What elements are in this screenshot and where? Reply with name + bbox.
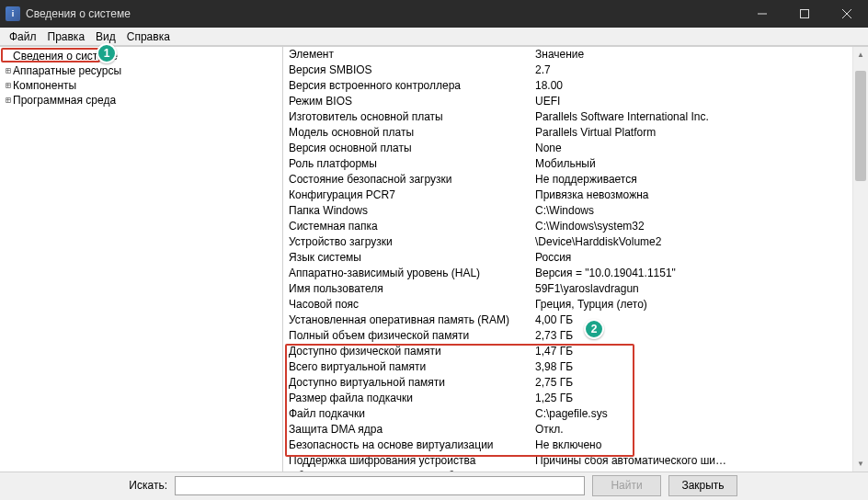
svg-rect-1: [801, 10, 809, 18]
cell-name: Имя пользователя: [289, 281, 535, 297]
cell-name: Часовой пояс: [289, 297, 535, 312]
menu-view[interactable]: Вид: [90, 28, 121, 45]
cell-name: Обнаружена низкоуровневая оболочка. Функ…: [289, 469, 535, 472]
cell-value: 4,00 ГБ: [535, 312, 852, 328]
cell-name: Устройство загрузки: [289, 234, 535, 250]
table-row[interactable]: Изготовитель основной платыParallels Sof…: [289, 109, 852, 125]
cell-name: Роль платформы: [289, 156, 535, 172]
window-title: Сведения о системе: [26, 7, 131, 20]
table-row[interactable]: Папка WindowsC:\Windows: [289, 203, 852, 219]
cell-value: None: [535, 141, 852, 156]
table-row[interactable]: Роль платформыМобильный: [289, 156, 852, 172]
titlebar: i Сведения о системе: [0, 0, 868, 28]
cell-name: Конфигурация PCR7: [289, 188, 535, 203]
search-label: Искать:: [0, 479, 175, 492]
cell-value: 2.7: [535, 62, 852, 78]
annotation-badge-2: 2: [584, 319, 604, 339]
cell-name: Язык системы: [289, 250, 535, 266]
nav-tree: Сведения о системе ⊞Аппаратные ресурсы ⊞…: [0, 47, 283, 472]
annotation-highlight-2: [285, 344, 634, 457]
tree-item-hardware[interactable]: ⊞Аппаратные ресурсы: [0, 63, 282, 78]
cell-value: UEFI: [535, 94, 852, 109]
table-row[interactable]: Устройство загрузки\Device\HarddiskVolum…: [289, 234, 852, 250]
app-icon: i: [6, 6, 20, 21]
tree-item-software[interactable]: ⊞Программная среда: [0, 93, 282, 108]
cell-name: Модель основной платы: [289, 125, 535, 141]
expand-icon[interactable]: ⊞: [4, 63, 13, 78]
table-row[interactable]: Версия SMBIOS2.7: [289, 62, 852, 78]
close-search-button[interactable]: Закрыть: [668, 475, 737, 496]
table-row[interactable]: Обнаружена низкоуровневая оболочка. Функ…: [289, 469, 852, 472]
find-button[interactable]: Найти: [592, 475, 661, 496]
table-row[interactable]: Имя пользователя59F1\yaroslavdragun: [289, 281, 852, 297]
col-header-name[interactable]: Элемент: [289, 47, 535, 62]
cell-value: C:\Windows: [535, 203, 852, 219]
cell-name: Изготовитель основной платы: [289, 109, 535, 125]
table-row[interactable]: Установленная оперативная память (RAM)4,…: [289, 312, 852, 328]
maximize-button[interactable]: [783, 0, 826, 28]
table-row[interactable]: Часовой поясГреция, Турция (лето): [289, 297, 852, 312]
table-row[interactable]: Версия основной платыNone: [289, 141, 852, 156]
cell-name: Системная папка: [289, 219, 535, 234]
tree-item-components[interactable]: ⊞Компоненты: [0, 78, 282, 93]
table-row[interactable]: Режим BIOSUEFI: [289, 94, 852, 109]
close-button[interactable]: [826, 0, 868, 28]
search-input[interactable]: [175, 476, 585, 495]
menu-edit[interactable]: Правка: [42, 28, 91, 45]
col-header-value[interactable]: Значение: [535, 47, 852, 62]
menu-file[interactable]: Файл: [4, 28, 42, 45]
cell-value: 2,73 ГБ: [535, 328, 852, 344]
menubar: Файл Правка Вид Справка: [0, 28, 868, 46]
cell-value: Не поддерживается: [535, 172, 852, 188]
cell-name: Аппаратно-зависимый уровень (HAL): [289, 266, 535, 281]
cell-name: Версия встроенного контроллера: [289, 78, 535, 94]
detail-pane: Элемент Значение Версия SMBIOS2.7Версия …: [283, 47, 868, 472]
cell-value: Parallels Software International Inc.: [535, 109, 852, 125]
tree-item-label: Программная среда: [13, 93, 116, 108]
vertical-scrollbar[interactable]: ▲ ▼: [852, 47, 868, 472]
table-row[interactable]: Конфигурация PCR7Привязка невозможна: [289, 188, 852, 203]
cell-value: C:\Windows\system32: [535, 219, 852, 234]
cell-value: Версия = "10.0.19041.1151": [535, 266, 852, 281]
scroll-up-icon[interactable]: ▲: [853, 47, 868, 62]
table-row[interactable]: Аппаратно-зависимый уровень (HAL)Версия …: [289, 266, 852, 281]
table-row[interactable]: Модель основной платыParallels Virtual P…: [289, 125, 852, 141]
cell-name: Состояние безопасной загрузки: [289, 172, 535, 188]
expand-icon[interactable]: ⊞: [4, 93, 13, 108]
cell-value: 18.00: [535, 78, 852, 94]
tree-item-label: Аппаратные ресурсы: [13, 63, 121, 78]
cell-value: Россия: [535, 250, 852, 266]
cell-value: Привязка невозможна: [535, 188, 852, 203]
cell-name: Полный объем физической памяти: [289, 328, 535, 344]
tree-item-label: Компоненты: [13, 78, 76, 93]
cell-value: 59F1\yaroslavdragun: [535, 281, 852, 297]
cell-value: Греция, Турция (лето): [535, 297, 852, 312]
cell-name: Режим BIOS: [289, 94, 535, 109]
header-row: Элемент Значение: [289, 47, 852, 62]
table-row[interactable]: Версия встроенного контроллера18.00: [289, 78, 852, 94]
cell-value: Мобильный: [535, 156, 852, 172]
table-row[interactable]: Системная папкаC:\Windows\system32: [289, 219, 852, 234]
search-panel: Искать: Найти Закрыть Поиск только в выд…: [0, 472, 868, 500]
table-row[interactable]: Язык системыРоссия: [289, 250, 852, 266]
scroll-down-icon[interactable]: ▼: [853, 456, 868, 472]
cell-value: Parallels Virtual Platform: [535, 125, 852, 141]
annotation-highlight-1: [1, 48, 100, 62]
cell-name: Папка Windows: [289, 203, 535, 219]
expand-icon[interactable]: ⊞: [4, 78, 13, 93]
table-row[interactable]: Состояние безопасной загрузкиНе поддержи…: [289, 172, 852, 188]
menu-help[interactable]: Справка: [121, 28, 176, 45]
cell-name: Установленная оперативная память (RAM): [289, 312, 535, 328]
scroll-thumb[interactable]: [855, 71, 866, 181]
annotation-badge-1: 1: [97, 43, 117, 63]
cell-name: Версия основной платы: [289, 141, 535, 156]
table-row[interactable]: Полный объем физической памяти2,73 ГБ: [289, 328, 852, 344]
cell-name: Версия SMBIOS: [289, 62, 535, 78]
minimize-button[interactable]: [741, 0, 783, 28]
cell-value: \Device\HarddiskVolume2: [535, 234, 852, 250]
cell-value: [535, 469, 852, 472]
